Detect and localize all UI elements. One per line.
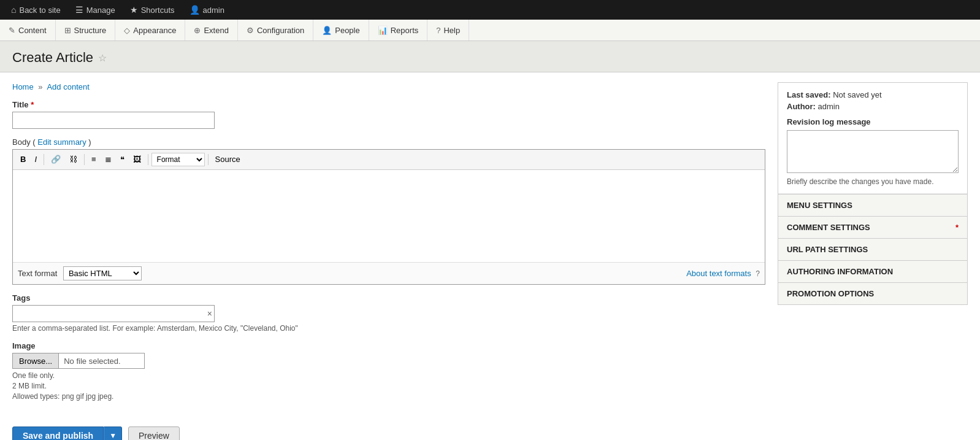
sidebar-meta: Last saved: Not saved yet Author: admin … bbox=[778, 83, 967, 194]
manage-button[interactable]: ☰ Manage bbox=[69, 0, 121, 20]
revision-log-textarea[interactable] bbox=[787, 130, 959, 173]
main-content: Home » Add content Title * Body ( Edit s… bbox=[0, 72, 980, 419]
comment-settings-header[interactable]: COMMENT SETTINGS * bbox=[778, 217, 967, 238]
comment-required-marker: * bbox=[955, 223, 959, 232]
revision-hint: Briefly describe the changes you have ma… bbox=[787, 177, 959, 186]
preview-button[interactable]: Preview bbox=[128, 426, 180, 440]
page-title: Create Article ☆ bbox=[12, 50, 968, 66]
reports-icon: 📊 bbox=[378, 26, 388, 35]
italic-button[interactable]: I bbox=[31, 152, 40, 167]
tags-input[interactable] bbox=[12, 305, 215, 322]
help-icon: ? bbox=[436, 26, 440, 35]
menu-item-extend[interactable]: ⊕ Extend bbox=[185, 20, 237, 41]
home-icon: ⌂ bbox=[11, 5, 16, 15]
favorite-icon[interactable]: ☆ bbox=[98, 52, 107, 64]
comment-settings-section: COMMENT SETTINGS * bbox=[778, 216, 967, 238]
revision-log-label: Revision log message bbox=[787, 117, 959, 126]
shortcuts-button[interactable]: ★ Shortcuts bbox=[124, 0, 181, 20]
menu-item-content[interactable]: ✎ Content bbox=[0, 20, 56, 41]
editor-body-area[interactable] bbox=[13, 170, 765, 262]
menu-settings-header[interactable]: MENU SETTINGS bbox=[778, 195, 967, 216]
url-path-settings-header[interactable]: URL PATH SETTINGS bbox=[778, 239, 967, 260]
source-button[interactable]: Source bbox=[212, 152, 244, 167]
toolbar-sep-4 bbox=[208, 154, 209, 165]
menu-item-structure[interactable]: ⊞ Structure bbox=[56, 20, 116, 41]
breadcrumb-home-link[interactable]: Home bbox=[12, 82, 34, 91]
back-to-site-button[interactable]: ⌂ Back to site bbox=[5, 0, 67, 20]
edit-summary-link[interactable]: Edit summary bbox=[37, 137, 86, 147]
toolbar-sep-3 bbox=[148, 154, 148, 165]
help-label: Help bbox=[443, 26, 460, 35]
promotion-options-header[interactable]: PROMOTION OPTIONS bbox=[778, 283, 967, 304]
appearance-icon: ◇ bbox=[124, 26, 130, 35]
save-bar: Save and publish ▼ Preview bbox=[0, 419, 980, 440]
image-hint-3: Allowed types: png gif jpg jpeg. bbox=[12, 392, 765, 401]
left-panel: Home » Add content Title * Body ( Edit s… bbox=[12, 82, 765, 409]
configuration-icon: ⚙ bbox=[247, 26, 254, 35]
file-name-display: No file selected. bbox=[59, 353, 145, 369]
structure-label: Structure bbox=[74, 26, 107, 35]
breadcrumb-add-content-link[interactable]: Add content bbox=[47, 82, 89, 91]
unlink-button[interactable]: ⛓ bbox=[66, 152, 81, 167]
image-label: Image bbox=[12, 341, 765, 350]
star-icon: ★ bbox=[130, 5, 138, 15]
title-field-group: Title * bbox=[12, 100, 765, 129]
menu-item-people[interactable]: 👤 People bbox=[313, 20, 369, 41]
tags-label: Tags bbox=[12, 293, 765, 303]
text-format-select[interactable]: Basic HTML Full HTML Plain text Restrict… bbox=[63, 266, 142, 280]
admin-label: admin bbox=[203, 6, 224, 15]
bullet-list-button[interactable]: ≡ bbox=[88, 152, 100, 167]
blockquote-button[interactable]: ❝ bbox=[117, 152, 128, 167]
author-label: Author: bbox=[787, 102, 816, 111]
file-input-row: Browse... No file selected. bbox=[12, 353, 765, 369]
browse-button[interactable]: Browse... bbox=[12, 353, 59, 369]
breadcrumb: Home » Add content bbox=[12, 82, 765, 91]
text-format-row: Text format Basic HTML Full HTML Plain t… bbox=[13, 262, 765, 284]
body-label-row: Body ( Edit summary ) bbox=[12, 137, 765, 147]
people-label: People bbox=[335, 26, 359, 35]
menu-bar: ✎ Content ⊞ Structure ◇ Appearance ⊕ Ext… bbox=[0, 20, 980, 41]
menu-item-appearance[interactable]: ◇ Appearance bbox=[115, 20, 185, 41]
admin-bar: ⌂ Back to site ☰ Manage ★ Shortcuts 👤 ad… bbox=[0, 0, 980, 20]
title-label: Title * bbox=[12, 100, 765, 109]
image-field-group: Image Browse... No file selected. One fi… bbox=[12, 341, 765, 401]
appearance-label: Appearance bbox=[133, 26, 176, 35]
menu-settings-section: MENU SETTINGS bbox=[778, 194, 967, 216]
user-icon: 👤 bbox=[189, 5, 200, 15]
menu-item-help[interactable]: ? Help bbox=[427, 20, 469, 41]
toolbar-sep-1 bbox=[44, 154, 44, 165]
number-list-button[interactable]: ≣ bbox=[101, 152, 115, 167]
structure-icon: ⊞ bbox=[64, 26, 71, 35]
content-label: Content bbox=[18, 26, 47, 35]
title-input[interactable] bbox=[12, 112, 215, 129]
tags-clear-button[interactable]: × bbox=[207, 309, 212, 318]
sidebar-box: Last saved: Not saved yet Author: admin … bbox=[778, 82, 968, 305]
author-value: admin bbox=[818, 102, 840, 111]
title-required-marker: * bbox=[31, 100, 34, 109]
body-editor: B I 🔗 ⛓ ≡ ≣ ❝ 🖼 Format Heading 1 Heading… bbox=[12, 149, 765, 285]
format-select[interactable]: Format Heading 1 Heading 2 Paragraph bbox=[151, 153, 205, 166]
extend-icon: ⊕ bbox=[194, 26, 201, 35]
menu-item-configuration[interactable]: ⚙ Configuration bbox=[238, 20, 313, 41]
text-format-left: Text format Basic HTML Full HTML Plain t… bbox=[18, 266, 142, 280]
tags-hint: Enter a comma-separated list. For exampl… bbox=[12, 324, 765, 333]
save-publish-button[interactable]: Save and publish bbox=[12, 426, 104, 440]
about-formats-link[interactable]: About text formats bbox=[686, 269, 751, 278]
admin-user-button[interactable]: 👤 admin bbox=[183, 0, 231, 20]
back-to-site-label: Back to site bbox=[19, 6, 60, 15]
page-header: Create Article ☆ bbox=[0, 41, 980, 72]
author-row: Author: admin bbox=[787, 102, 959, 111]
image-insert-button[interactable]: 🖼 bbox=[129, 152, 145, 167]
bold-button[interactable]: B bbox=[17, 152, 29, 167]
url-path-settings-section: URL PATH SETTINGS bbox=[778, 238, 967, 260]
authoring-information-header[interactable]: AUTHORING INFORMATION bbox=[778, 261, 967, 282]
shortcuts-label: Shortcuts bbox=[141, 6, 175, 15]
link-button[interactable]: 🔗 bbox=[47, 152, 64, 167]
menu-item-reports[interactable]: 📊 Reports bbox=[369, 20, 428, 41]
people-icon: 👤 bbox=[322, 26, 332, 35]
last-saved-row: Last saved: Not saved yet bbox=[787, 90, 959, 99]
authoring-information-section: AUTHORING INFORMATION bbox=[778, 260, 967, 282]
text-format-label: Text format bbox=[18, 269, 57, 278]
right-panel: Last saved: Not saved yet Author: admin … bbox=[778, 82, 968, 409]
save-dropdown-button[interactable]: ▼ bbox=[104, 426, 122, 440]
